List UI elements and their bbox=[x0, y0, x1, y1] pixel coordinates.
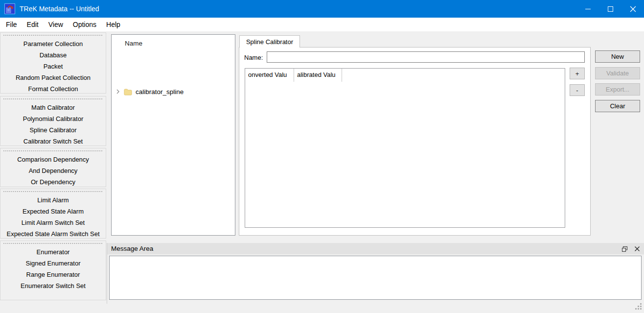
sidebar-item-limit-alarm[interactable]: Limit Alarm bbox=[0, 194, 106, 206]
sidebar-item-enumerator[interactable]: Enumerator bbox=[0, 246, 106, 258]
message-area-dock: Message Area bbox=[107, 243, 644, 304]
sidebar-item-or-dependency[interactable]: Or Dependency bbox=[0, 176, 106, 188]
sidebar-item-polynomial-calibrator[interactable]: Polynomial Calibrator bbox=[0, 113, 106, 124]
sidebar-item-spline-calibrator[interactable]: Spline Calibrator bbox=[0, 124, 106, 136]
menu-file[interactable]: File bbox=[1, 18, 22, 31]
toolbar-drag-handle[interactable] bbox=[3, 150, 103, 152]
window-title: TReK Metadata -- Untitled bbox=[20, 5, 576, 13]
sidebar-item-and-dependency[interactable]: And Dependency bbox=[0, 165, 106, 176]
name-input[interactable] bbox=[267, 51, 585, 63]
float-icon[interactable] bbox=[621, 246, 628, 252]
maximize-icon bbox=[608, 6, 613, 12]
sidebar-item-signed-enumerator[interactable]: Signed Enumerator bbox=[0, 258, 106, 269]
trek-metadata-window: { "window": { "title": "TReK Metadata --… bbox=[0, 0, 644, 313]
sidebar-item-format-collection[interactable]: Format Collection bbox=[0, 83, 106, 95]
sidebar-group-collections: Parameter Collection Database Packet Ran… bbox=[0, 32, 106, 94]
sidebar-item-comparison-dependency[interactable]: Comparison Dependency bbox=[0, 154, 106, 165]
menu-help[interactable]: Help bbox=[101, 18, 125, 31]
column-header-converted-value[interactable]: onverted Valu bbox=[245, 69, 294, 82]
message-log[interactable] bbox=[109, 256, 642, 300]
sidebar-group-dependencies: Comparison Dependency And Dependency Or … bbox=[0, 148, 106, 187]
message-area-title: Message Area bbox=[111, 245, 153, 252]
tree-item-label: calibrator_spline bbox=[136, 88, 184, 96]
sidebar-item-packet[interactable]: Packet bbox=[0, 61, 106, 72]
column-header-calibrated-value[interactable]: alibrated Valu bbox=[294, 69, 342, 82]
validate-button[interactable]: Validate bbox=[595, 67, 640, 79]
spline-calibrator-pane: Name: onverted Valu alibrated Valu + - bbox=[239, 47, 591, 236]
sidebar-item-range-enumerator[interactable]: Range Enumerator bbox=[0, 269, 106, 280]
toolbar-drag-handle[interactable] bbox=[3, 191, 103, 193]
close-icon bbox=[630, 6, 636, 12]
tab-spline-calibrator[interactable]: Spline Calibrator bbox=[239, 35, 300, 48]
metadata-tree-panel: Name calibrator_spline bbox=[111, 34, 235, 236]
table-header-row: onverted Valu alibrated Valu bbox=[245, 69, 565, 82]
sidebar-item-expected-state-alarm-switch-set[interactable]: Expected State Alarm Switch Set bbox=[0, 228, 106, 240]
sidebar-item-calibrator-switch-set[interactable]: Calibrator Switch Set bbox=[0, 136, 106, 147]
minimize-icon bbox=[585, 9, 591, 9]
sidebar-item-enumerator-switch-set[interactable]: Enumerator Switch Set bbox=[0, 280, 106, 291]
tab-label: Spline Calibrator bbox=[246, 38, 293, 46]
remove-row-button[interactable]: - bbox=[570, 84, 585, 96]
sidebar-item-expected-state-alarm[interactable]: Expected State Alarm bbox=[0, 206, 106, 217]
sidebar-item-database[interactable]: Database bbox=[0, 49, 106, 61]
chevron-right-icon[interactable] bbox=[115, 89, 121, 95]
tree-item-calibrator-spline[interactable]: calibrator_spline bbox=[112, 86, 235, 97]
tree-column-header-name[interactable]: Name bbox=[112, 35, 235, 47]
sidebar-item-parameter-collection[interactable]: Parameter Collection bbox=[0, 38, 106, 49]
toolbar-drag-handle[interactable] bbox=[3, 242, 103, 245]
resize-grip-icon[interactable] bbox=[635, 303, 642, 310]
clear-button[interactable]: Clear bbox=[595, 100, 640, 112]
name-field-label: Name: bbox=[244, 54, 263, 61]
sidebar-group-enumerators: Enumerator Signed Enumerator Range Enume… bbox=[0, 241, 106, 300]
sidebar-group-calibrators: Math Calibrator Polynomial Calibrator Sp… bbox=[0, 96, 106, 146]
message-area-title-bar[interactable]: Message Area bbox=[107, 243, 644, 255]
add-row-button[interactable]: + bbox=[570, 68, 585, 79]
trek-app-icon bbox=[4, 3, 15, 14]
menu-options[interactable]: Options bbox=[68, 18, 101, 31]
new-button[interactable]: New bbox=[595, 50, 640, 63]
title-bar[interactable]: TReK Metadata -- Untitled bbox=[0, 0, 644, 18]
menu-edit[interactable]: Edit bbox=[22, 18, 44, 31]
close-icon[interactable] bbox=[634, 246, 640, 252]
close-button[interactable] bbox=[621, 0, 644, 18]
sidebar-item-random-packet-collection[interactable]: Random Packet Collection bbox=[0, 72, 106, 83]
maximize-button[interactable] bbox=[599, 0, 621, 18]
toolbar-drag-handle[interactable] bbox=[3, 34, 103, 37]
minimize-button[interactable] bbox=[576, 0, 599, 18]
calibration-points-table[interactable]: onverted Valu alibrated Valu bbox=[245, 68, 565, 228]
export-button[interactable]: Export... bbox=[595, 83, 640, 96]
sidebar-group-alarms: Limit Alarm Expected State Alarm Limit A… bbox=[0, 189, 106, 239]
folder-icon bbox=[124, 88, 132, 96]
menu-view[interactable]: View bbox=[44, 18, 68, 31]
sidebar-item-math-calibrator[interactable]: Math Calibrator bbox=[0, 102, 106, 113]
menu-bar: File Edit View Options Help bbox=[0, 18, 644, 31]
toolbar-drag-handle[interactable] bbox=[3, 98, 103, 100]
sidebar-item-limit-alarm-switch-set[interactable]: Limit Alarm Switch Set bbox=[0, 217, 106, 228]
